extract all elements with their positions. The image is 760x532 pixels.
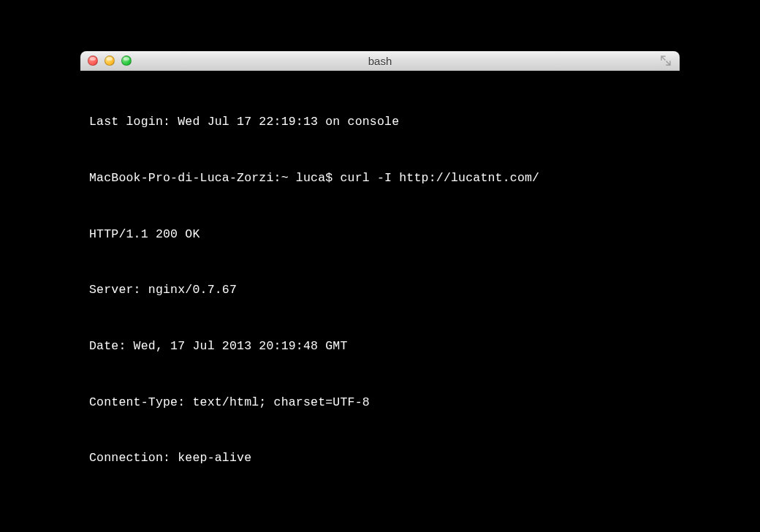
minimize-button[interactable] bbox=[104, 56, 115, 66]
zoom-button[interactable] bbox=[121, 56, 132, 66]
fullscreen-icon bbox=[661, 56, 671, 66]
terminal-line: Connection: keep-alive bbox=[89, 449, 671, 468]
terminal-line: MacBook-Pro-di-Luca-Zorzi:~ luca$ curl -… bbox=[89, 169, 671, 188]
fullscreen-button[interactable] bbox=[659, 56, 672, 66]
window-title: bash bbox=[368, 55, 392, 67]
terminal-line: Last login: Wed Jul 17 22:19:13 on conso… bbox=[89, 113, 671, 132]
terminal-line: Content-Type: text/html; charset=UTF-8 bbox=[89, 393, 671, 412]
terminal-window: bash Last login: Wed Jul 17 22:19:13 on … bbox=[80, 51, 680, 468]
titlebar[interactable]: bash bbox=[80, 51, 680, 71]
terminal-line: HTTP/1.1 200 OK bbox=[89, 225, 671, 244]
traffic-lights bbox=[88, 56, 132, 66]
terminal-line: Date: Wed, 17 Jul 2013 20:19:48 GMT bbox=[89, 337, 671, 356]
terminal-output[interactable]: Last login: Wed Jul 17 22:19:13 on conso… bbox=[80, 71, 680, 468]
close-button[interactable] bbox=[88, 56, 98, 66]
terminal-line: Server: nginx/0.7.67 bbox=[89, 281, 671, 300]
